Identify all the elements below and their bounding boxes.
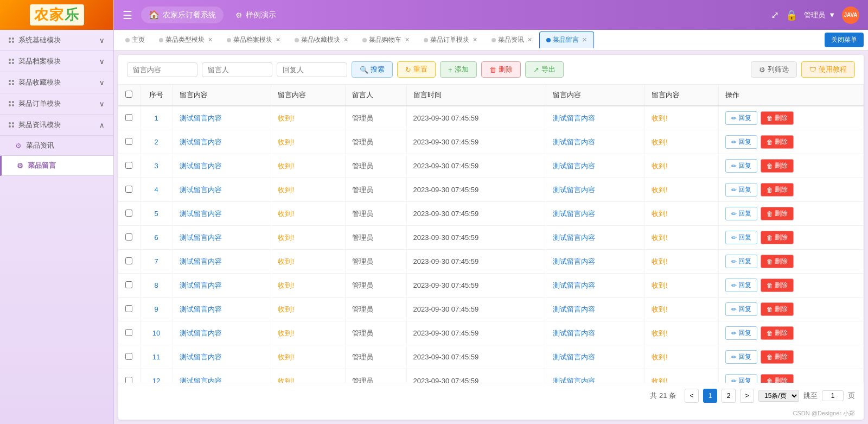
row-select-checkbox[interactable]: [125, 114, 132, 121]
sidebar-sub-comment[interactable]: ⚙ 菜品留言: [0, 156, 113, 176]
expand-icon[interactable]: ⤢: [771, 9, 779, 21]
delete-row-button[interactable]: 🗑 删除: [761, 350, 794, 364]
delete-row-button[interactable]: 🗑 删除: [761, 279, 794, 292]
delete-row-button[interactable]: 🗑 删除: [761, 183, 794, 197]
sidebar-item-order[interactable]: 菜品订单模块 ∨: [0, 93, 113, 115]
tab-dish-archive[interactable]: 菜品档案模块 ✕: [220, 31, 288, 48]
row-checkbox[interactable]: [118, 178, 140, 202]
export-button[interactable]: ↗ 导出: [525, 61, 564, 78]
row-checkbox[interactable]: [118, 298, 140, 321]
delete-row-button[interactable]: 🗑 删除: [761, 111, 794, 125]
tab-collect[interactable]: 菜品收藏模块 ✕: [288, 31, 355, 48]
hamburger-button[interactable]: ☰: [123, 9, 132, 22]
tab-close-icon[interactable]: ✕: [473, 36, 477, 43]
reply-button[interactable]: ✏ 回复: [725, 135, 757, 149]
sidebar-sub-news[interactable]: ⚙ 菜品资讯: [0, 136, 113, 156]
add-button[interactable]: + 添加: [440, 61, 477, 78]
lock-icon[interactable]: 🔒: [786, 9, 797, 21]
commenter-input[interactable]: [202, 62, 272, 77]
row-checkbox[interactable]: [118, 130, 140, 154]
tab-home[interactable]: 主页: [118, 31, 152, 48]
tab-order[interactable]: 菜品订单模块 ✕: [417, 31, 484, 48]
row-checkbox[interactable]: [118, 345, 140, 369]
tab-close-icon[interactable]: ✕: [343, 36, 348, 43]
page-size-select[interactable]: 15条/页 20条/页 50条/页: [758, 390, 799, 402]
row-select-checkbox[interactable]: [125, 186, 132, 193]
row-checkbox[interactable]: [118, 154, 140, 178]
row-select-checkbox[interactable]: [125, 281, 132, 288]
select-all-checkbox[interactable]: [125, 91, 132, 98]
delete-row-button[interactable]: 🗑 删除: [761, 255, 794, 268]
row-checkbox[interactable]: [118, 250, 140, 274]
row-select-checkbox[interactable]: [125, 353, 132, 360]
reply-button[interactable]: ✏ 回复: [725, 279, 757, 292]
reset-button[interactable]: ↻ 重置: [397, 61, 436, 78]
delete-row-button[interactable]: 🗑 删除: [761, 135, 794, 149]
delete-row-button[interactable]: 🗑 删除: [761, 374, 794, 383]
user-menu[interactable]: 管理员 ▼: [804, 10, 835, 20]
tab-comment[interactable]: 菜品留言 ✕: [539, 31, 594, 48]
reply-button[interactable]: ✏ 回复: [725, 374, 757, 383]
grid-icon: [9, 59, 14, 64]
comment-content-input[interactable]: [127, 62, 197, 77]
reply-person-input[interactable]: [277, 62, 347, 77]
tab-cart[interactable]: 菜品购物车 ✕: [355, 31, 417, 48]
next-page-button[interactable]: >: [740, 389, 754, 403]
reply-button[interactable]: ✏ 回复: [725, 326, 757, 340]
tab-dish-type[interactable]: 菜品类型模块 ✕: [152, 31, 220, 48]
sidebar-item-system[interactable]: 系统基础模块 ∨: [0, 30, 113, 51]
row-col1: 测试留言内容: [173, 130, 271, 154]
delete-row-button[interactable]: 🗑 删除: [761, 207, 794, 220]
sidebar-item-dishes[interactable]: 菜品档案模块 ∨: [0, 51, 113, 72]
row-select-checkbox[interactable]: [125, 162, 132, 169]
close-menu-button[interactable]: 关闭菜单: [825, 33, 864, 47]
delete-row-button[interactable]: 🗑 删除: [761, 159, 794, 173]
row-select-checkbox[interactable]: [125, 210, 132, 217]
avatar[interactable]: JAVA: [842, 7, 859, 24]
delete-row-button[interactable]: 🗑 删除: [761, 302, 794, 316]
row-select-checkbox[interactable]: [125, 138, 132, 145]
delete-row-button[interactable]: 🗑 删除: [761, 231, 794, 244]
tab-close-icon[interactable]: ✕: [208, 36, 213, 43]
row-checkbox[interactable]: [118, 321, 140, 345]
row-checkbox[interactable]: [118, 274, 140, 298]
row-select-checkbox[interactable]: [125, 377, 132, 383]
tutorial-button[interactable]: 🛡 使用教程: [801, 61, 855, 78]
tab-close-icon[interactable]: ✕: [405, 36, 410, 43]
row-select-checkbox[interactable]: [125, 233, 132, 241]
jump-input[interactable]: [822, 390, 844, 401]
tab-news[interactable]: 菜品资讯 ✕: [484, 31, 539, 48]
brand-nav-item[interactable]: 🏠 农家乐订餐系统: [141, 7, 224, 23]
search-button[interactable]: 🔍 搜索: [352, 61, 393, 78]
page-1-button[interactable]: 1: [703, 389, 717, 403]
reply-button[interactable]: ✏ 回复: [725, 231, 757, 244]
row-select-checkbox[interactable]: [125, 257, 132, 264]
row-checkbox[interactable]: [118, 369, 140, 383]
grid-icon: [9, 37, 14, 43]
reply-button[interactable]: ✏ 回复: [725, 302, 757, 316]
reply-button[interactable]: ✏ 回复: [725, 350, 757, 364]
reply-button[interactable]: ✏ 回复: [725, 207, 757, 220]
row-select-checkbox[interactable]: [125, 305, 132, 312]
tab-close-icon[interactable]: ✕: [276, 36, 280, 43]
page-2-button[interactable]: 2: [722, 389, 736, 403]
sample-nav-item[interactable]: ⚙ 样例演示: [228, 7, 284, 23]
row-checkbox[interactable]: [118, 226, 140, 250]
col-filter-button[interactable]: ⚙ 列筛选: [751, 61, 797, 78]
row-checkbox[interactable]: [118, 202, 140, 226]
batch-delete-button[interactable]: 🗑 删除: [481, 61, 521, 78]
reply-button[interactable]: ✏ 回复: [725, 255, 757, 268]
sidebar-item-news[interactable]: 菜品资讯模块 ∧: [0, 115, 113, 136]
delete-row-button[interactable]: 🗑 删除: [761, 326, 794, 340]
reply-button[interactable]: ✏ 回复: [725, 159, 757, 173]
sidebar-item-collect[interactable]: 菜品收藏模块 ∨: [0, 72, 113, 93]
row-checkbox[interactable]: [118, 106, 140, 130]
row-select-checkbox[interactable]: [125, 329, 132, 336]
tab-close-icon[interactable]: ✕: [582, 36, 587, 43]
row-col5: 测试留言内容: [546, 298, 645, 321]
row-time: 2023-09-30 07:45:59: [406, 274, 546, 298]
prev-page-button[interactable]: <: [685, 389, 699, 403]
tab-close-icon[interactable]: ✕: [527, 36, 532, 43]
reply-button[interactable]: ✏ 回复: [725, 111, 757, 125]
reply-button[interactable]: ✏ 回复: [725, 183, 757, 197]
